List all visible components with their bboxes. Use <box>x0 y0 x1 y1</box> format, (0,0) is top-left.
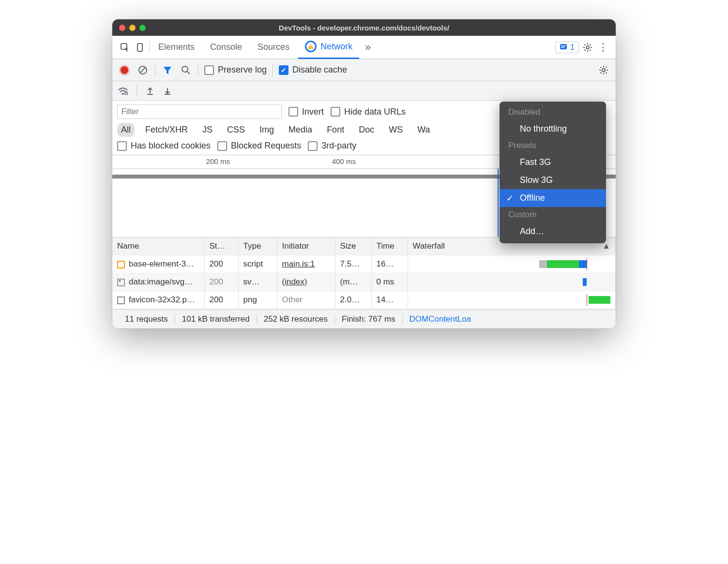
dropdown-item-slow-3g[interactable]: Slow 3G <box>500 171 606 189</box>
timeline-tick: 200 ms <box>206 157 230 165</box>
issues-icon <box>560 44 567 51</box>
disable-cache-checkbox[interactable]: Disable cache <box>279 65 347 75</box>
waterfall-bar <box>413 296 611 304</box>
svg-rect-1 <box>137 44 142 51</box>
network-settings-icon[interactable] <box>597 64 610 76</box>
type-filter-font[interactable]: Font <box>323 123 348 137</box>
waterfall-bar <box>413 278 611 286</box>
svg-line-9 <box>140 68 145 73</box>
device-toggle-icon[interactable] <box>134 41 147 54</box>
window-title: DevTools - developer.chrome.com/docs/dev… <box>112 24 616 32</box>
svg-rect-4 <box>560 44 567 49</box>
status-transferred: 101 kB transferred <box>175 314 257 324</box>
col-size[interactable]: Size <box>335 237 371 255</box>
tab-elements[interactable]: Elements <box>152 36 201 59</box>
search-icon[interactable] <box>180 64 192 76</box>
col-status[interactable]: St… <box>204 237 238 255</box>
dropdown-section-presets: Presets <box>500 138 606 153</box>
settings-gear-icon[interactable] <box>581 41 594 54</box>
clear-button[interactable] <box>136 64 149 76</box>
kebab-menu-icon[interactable]: ⋮ <box>596 41 610 54</box>
type-filter-img[interactable]: Img <box>256 123 278 137</box>
timeline-tick: 400 ms <box>332 157 356 165</box>
status-bar: 11 requests 101 kB transferred 252 kB re… <box>112 309 616 328</box>
status-resources: 252 kB resources <box>257 314 335 324</box>
network-toolbar: Preserve log Disable cache <box>112 59 616 81</box>
tab-sources[interactable]: Sources <box>251 36 296 59</box>
svg-point-7 <box>586 46 589 49</box>
table-row[interactable]: favicon-32x32.p… 200 png Other 2.0… 14… <box>112 291 616 309</box>
divider <box>149 42 150 53</box>
hide-data-urls-checkbox[interactable]: Hide data URLs <box>331 107 406 117</box>
network-toolbar-2 <box>112 81 616 101</box>
svg-rect-6 <box>561 47 564 48</box>
requests-table: Name St… Type Initiator Size Time Waterf… <box>112 237 616 309</box>
svg-file-icon <box>117 279 125 286</box>
dropdown-item-add[interactable]: Add… <box>500 223 606 240</box>
type-filter-wasm[interactable]: Wa <box>413 123 434 137</box>
titlebar: DevTools - developer.chrome.com/docs/dev… <box>112 19 616 36</box>
svg-point-10 <box>182 66 188 72</box>
dropdown-item-offline[interactable]: Offline <box>500 189 606 207</box>
type-filter-ws[interactable]: WS <box>385 123 407 137</box>
upload-har-icon[interactable] <box>146 87 154 95</box>
type-filter-all[interactable]: All <box>117 123 135 137</box>
has-blocked-cookies-checkbox[interactable]: Has blocked cookies <box>117 141 211 151</box>
dropdown-item-fast-3g[interactable]: Fast 3G <box>500 153 606 171</box>
dropdown-item-no-throttling[interactable]: No throttling <box>500 120 606 138</box>
initiator-link[interactable]: (index) <box>282 277 307 286</box>
blocked-requests-checkbox[interactable]: Blocked Requests <box>217 141 301 151</box>
svg-rect-3 <box>310 47 311 48</box>
type-filter-css[interactable]: CSS <box>223 123 249 137</box>
filter-toggle-icon[interactable] <box>161 64 174 76</box>
svg-rect-2 <box>310 45 311 47</box>
table-row[interactable]: base-element-3… 200 script main.js:1 7.5… <box>112 255 616 273</box>
svg-rect-5 <box>561 45 566 46</box>
invert-checkbox[interactable]: Invert <box>288 107 324 117</box>
tab-network[interactable]: Network <box>298 36 359 59</box>
checkbox-checked-icon <box>279 65 288 75</box>
script-file-icon <box>117 261 125 268</box>
tab-console[interactable]: Console <box>203 36 249 59</box>
warning-icon <box>305 41 317 52</box>
svg-point-13 <box>122 93 124 95</box>
inspect-icon[interactable] <box>118 41 132 54</box>
throttling-dropdown: Disabled No throttling Presets Fast 3G S… <box>500 102 606 243</box>
dropdown-section-custom: Custom <box>500 207 606 223</box>
type-filter-js[interactable]: JS <box>198 123 216 137</box>
type-filter-fetch[interactable]: Fetch/XHR <box>141 123 192 137</box>
type-filter-media[interactable]: Media <box>285 123 316 137</box>
issues-badge[interactable]: 1 <box>555 42 579 53</box>
col-time[interactable]: Time <box>371 237 408 255</box>
png-file-icon <box>117 297 125 304</box>
waterfall-bar <box>413 260 611 268</box>
download-har-icon[interactable] <box>163 87 172 95</box>
status-requests: 11 requests <box>118 314 175 324</box>
type-filter-doc[interactable]: Doc <box>355 123 378 137</box>
more-tabs-icon[interactable]: » <box>361 41 375 54</box>
third-party-checkbox[interactable]: 3rd-party <box>308 141 356 151</box>
main-tabbar: Elements Console Sources Network » 1 ⋮ <box>112 36 616 59</box>
svg-line-11 <box>187 72 190 74</box>
filter-input[interactable] <box>117 104 282 119</box>
table-row[interactable]: data:image/svg… 200 sv… (index) (m… 0 ms <box>112 273 616 291</box>
tab-network-label: Network <box>320 42 352 52</box>
record-button[interactable] <box>118 64 131 76</box>
preserve-log-checkbox[interactable]: Preserve log <box>204 65 267 75</box>
issues-count: 1 <box>570 43 575 52</box>
devtools-window: DevTools - developer.chrome.com/docs/dev… <box>112 19 616 328</box>
col-type[interactable]: Type <box>238 237 277 255</box>
status-finish: Finish: 767 ms <box>335 314 403 324</box>
col-name[interactable]: Name <box>112 237 204 255</box>
initiator-link[interactable]: main.js:1 <box>282 259 315 268</box>
dropdown-section-disabled: Disabled <box>500 104 606 120</box>
status-domcontentloaded: DOMContentLoa <box>403 314 478 324</box>
network-conditions-icon[interactable] <box>118 87 128 95</box>
svg-point-12 <box>602 69 605 72</box>
checkbox-icon <box>204 65 214 75</box>
col-initiator[interactable]: Initiator <box>277 237 335 255</box>
